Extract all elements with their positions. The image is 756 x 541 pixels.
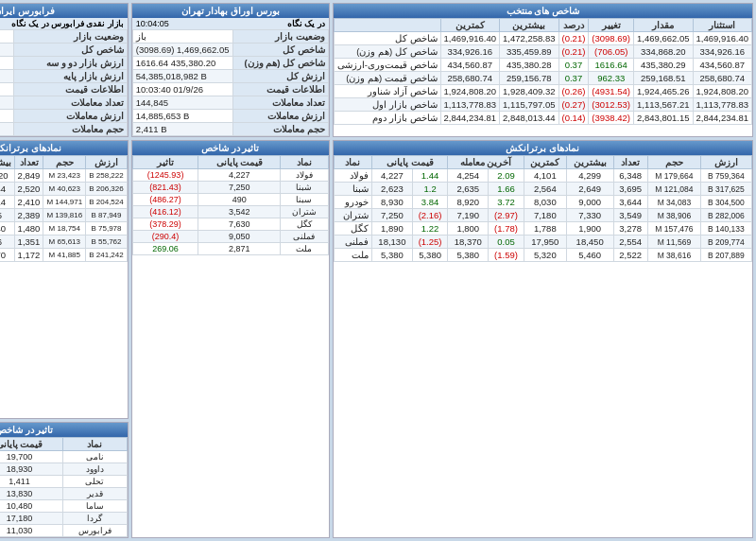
table-row: 434,560.87 435,380.29 1616.64 0.37 435,3…: [334, 59, 751, 72]
list-item: اطلاعات قیمت 10:03:40 01/9/26: [132, 83, 328, 96]
list-item: فملنی 9,050 (290.4): [132, 231, 328, 243]
iran-panel: فرابورس ایران 10:04:05 بازار نقدی فرابور…: [0, 3, 129, 538]
tehran-main-title: بورس اوراق بهادار تهران: [132, 4, 329, 18]
col-name: [334, 19, 440, 32]
tehran-trans-table: ارزش حجم تعداد بیشترین کمترین آخرین معام…: [334, 155, 752, 262]
col-kamtar: کمترین: [440, 19, 499, 32]
shakhes-header: شاخص های منتخب: [334, 4, 752, 18]
table-row: 241,242 B 41,885 M 1,172 5,770 5,500 4.9…: [0, 249, 127, 262]
list-item: ارزش بازار دو و سه 10,263,131,958 B: [0, 57, 127, 70]
list-item: ارزش کل 54,385,018,982 B: [132, 70, 328, 83]
list-item: نامی 19,700 (42.75): [0, 451, 127, 463]
tehran-trans-section: نمادهای برترانکش ارزش حجم تعداد بیشترین …: [333, 140, 753, 538]
table-row: 258,222 B 23,423 M 2,849 11,220 10,850 3…: [0, 169, 127, 183]
iran-trans-table: ارزش حجم تعداد بیشترین کمترین Col نماد 2…: [0, 155, 128, 262]
iran-time-bar: 10:04:05 بازار نقدی فرابورس در یک نگاه: [0, 18, 128, 29]
list-item: شاخص کل (هم وزن) 1616.64 435,380.20: [132, 57, 328, 70]
shakhes-section: شاخص های منتخب استثنار مقدار تغییر درصد …: [333, 3, 753, 137]
list-item: سبنا 490 (486.27): [132, 194, 328, 206]
table-row: 304,500 B 34,083 M 3,644 9,000 8,030 3.7…: [334, 196, 751, 209]
iran-main-title: فرابورس ایران: [0, 4, 128, 18]
table-row: 759,364 B 179,664 M 6,348 4,299 4,101 2.…: [334, 169, 751, 183]
iran-takhir-title: تاثیر در شاخص: [0, 425, 54, 435]
table-row: 140,133 B 157,476 M 3,278 1,900 1,788 (1…: [334, 222, 751, 236]
list-item: ارزش بازار پایه 3,554,260,079 B: [0, 70, 127, 83]
list-item: قدیر 13,830 (4.63): [0, 488, 127, 500]
tehran-takhir-header: تاثیر در شاخص: [132, 141, 329, 155]
tehran-info-table: وضعیت بازار باز شاخص کل (3098.69) 1,469,…: [132, 29, 329, 136]
table-row: 1,924,808.20 1,924,465.26 (4931.54) (0.2…: [334, 85, 751, 98]
table-row: 317,625 B 121,084 M 3,695 2,649 2,564 1.…: [334, 183, 751, 196]
table-row: 207,889 B 38,616 M 2,522 5,460 5,320 (1.…: [334, 249, 751, 262]
shakhes-title: شاخص های منتخب: [507, 6, 580, 16]
list-item: شاخص کل (3098.69) 1,469,662.05: [132, 44, 328, 57]
tehran-trans-title: نمادهای برترانکش: [506, 143, 579, 153]
list-item: شتران 3,542 (416.12): [132, 206, 328, 218]
iran-info-section: فرابورس ایران 10:04:05 بازار نقدی فرابور…: [0, 3, 129, 137]
tehran-time-bar: 10:04:05 در یک نگاه: [132, 18, 329, 29]
iran-info-table: وضعیت بازار باز شاخص کل (3.85) 18,854.56…: [0, 29, 128, 136]
list-item: فولاد 4,227 (1245.93): [132, 169, 328, 182]
table-row: 334,926.16 334,868.20 (706.05) (0.21) 33…: [334, 45, 751, 59]
iran-trans-section: نمادهای برترانکش ارزش حجم تعداد بیشترین …: [0, 140, 129, 419]
iran-trans-header: نمادهای برترانکش: [0, 141, 128, 155]
tehran-takhir-table: نماد قیمت پایانی تاثیر فولاد 4,227 (1245…: [132, 155, 329, 255]
shakhes-table: استثنار مقدار تغییر درصد بیشترین کمترین …: [334, 18, 752, 125]
list-item: فرابورس 11,030 2.93: [0, 525, 127, 537]
tehran-panel: شاخص های منتخب استثنار مقدار تغییر درصد …: [131, 3, 753, 538]
iran-naghdi-label: بازار نقدی فرابورس در یک نگاه: [11, 19, 124, 28]
list-item: حجم معاملات 2,411 B: [132, 123, 328, 136]
col-darsad: درصد: [558, 19, 589, 32]
table-row: 209,774 B 11,569 M 2,554 18,450 17,950 0…: [334, 236, 751, 249]
list-item: تحلی 1,411 7.29: [0, 476, 127, 488]
iran-takhir-header: تاثیر در شاخص: [0, 423, 128, 437]
main-container: شاخص های منتخب استثنار مقدار تغییر درصد …: [0, 0, 756, 541]
list-item: شاخص کل (3.85) 18,854.56: [0, 44, 127, 57]
list-item: ملت 2,871 269.06: [132, 243, 328, 255]
table-row: 206,326 B 40,623 M 2,520 5,144 4,811 6.9…: [0, 183, 127, 196]
list-item: وضعیت بازار باز: [0, 30, 127, 44]
table-row: 55,762 B 65,613 M 1,351 856 840 0.12 846…: [0, 236, 127, 249]
col-taghyir: تغییر: [589, 19, 634, 32]
tehran-time: 10:04:05: [136, 19, 169, 28]
list-item: ارزش معاملات 9,443,549 B: [0, 110, 127, 123]
iran-takhir-section: تاثیر در شاخص نماد قیمت پایانی تاثیر نام…: [0, 422, 129, 538]
iran-trans-title: نمادهای برترانکش: [0, 143, 61, 153]
list-item: اطلاعات قیمت 10:03:37 01/9/26: [0, 83, 127, 96]
iran-takhir-table: نماد قیمت پایانی تاثیر نامی 19,700 (42.7…: [0, 437, 128, 537]
col-maghdар: مقدار: [634, 19, 693, 32]
list-item: شبنا 7,250 (821.43): [132, 182, 328, 194]
table-row: 282,006 B 38,906 M 3,549 7,330 7,180 (2.…: [334, 209, 751, 222]
table-row: 1,113,778.83 1,113,567.21 (3012.53) (0.2…: [334, 98, 751, 112]
tehran-takhir-section: تاثیر در شاخص نماد قیمت پایانی تاثیر فول…: [131, 140, 330, 538]
table-row: 2,844,234.81 2,843,801.15 (3938.42) (0.1…: [334, 112, 751, 125]
col-estesnar: استثنار: [693, 19, 751, 32]
tehran-info-section: بورس اوراق بهادار تهران 10:04:05 در یک ن…: [131, 3, 330, 137]
list-item: تعداد معاملات 88,228: [0, 96, 127, 110]
tehran-naghdi-label: در یک نگاه: [287, 19, 325, 28]
list-item: حجم معاملات 1,839 B: [0, 123, 127, 136]
list-item: وضعیت بازار باز: [132, 30, 328, 44]
list-item: تعداد معاملات 144,845: [132, 96, 328, 110]
list-item: ساما 10,480 4.5: [0, 500, 127, 513]
tehran-takhir-title: تاثیر در شاخص: [201, 143, 260, 153]
list-item: ارزش معاملات 14,885,653 B: [132, 110, 328, 123]
list-item: داوود 18,930 8.82: [0, 463, 127, 476]
table-row: 258,680.74 259,168.51 962.33 0.37 259,15…: [334, 72, 751, 85]
list-item: کگل 7,630 (378.29): [132, 218, 328, 231]
table-row: 204,524 B 144,971 M 2,410 1,414 1,314 3.…: [0, 196, 127, 209]
table-row: 87,949 B 139,816 M 2,389 635 622 0 627 د…: [0, 209, 127, 222]
table-row: 1,469,916.40 1,469,662.05 (3098.69) (0.2…: [334, 32, 751, 45]
col-bishtar: بیشترین: [500, 19, 558, 32]
table-row: 75,978 B 18,754 M 1,480 4,140 3,935 3.45…: [0, 222, 127, 236]
list-item: گردا 17,180 3.09: [0, 513, 127, 525]
tehran-trans-header: نمادهای برترانکش: [334, 141, 752, 155]
